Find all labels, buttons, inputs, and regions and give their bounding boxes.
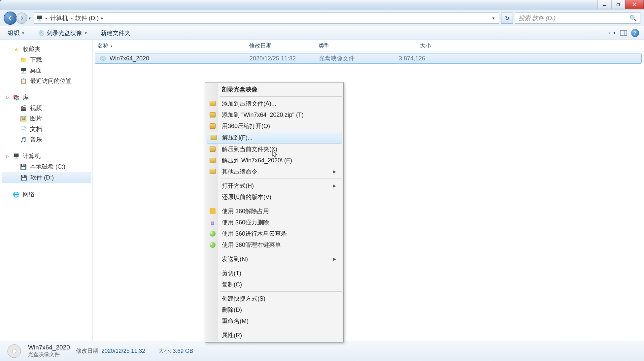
trash-icon: 🗑	[209, 219, 216, 226]
ctx-open-with[interactable]: 打开方式(H)▶	[206, 180, 343, 191]
archive-icon	[209, 146, 216, 152]
ctx-cut[interactable]: 剪切(T)	[206, 268, 343, 279]
network-icon: 🌐	[13, 191, 19, 198]
ctx-extract-here[interactable]: 解压到当前文件夹(X)	[206, 144, 343, 155]
back-button[interactable]	[4, 12, 17, 25]
sidebar-computer-header[interactable]: ▷🖥️计算机	[0, 151, 92, 161]
details-date: 2020/12/25 11:32	[101, 348, 145, 354]
ctx-separator	[220, 266, 342, 266]
column-name[interactable]: 名称▴	[93, 42, 245, 49]
ctx-add-archive[interactable]: 添加到压缩文件(A)...	[206, 98, 343, 109]
details-date-label: 修改日期:	[76, 348, 100, 354]
sidebar-item-desktop[interactable]: 🖥️桌面	[0, 65, 92, 76]
nav-history-dropdown[interactable]: ▼	[27, 13, 32, 24]
sidebar-item-downloads[interactable]: 📁下载	[0, 54, 92, 65]
desktop-icon: 🖥️	[20, 67, 27, 74]
details-pane: Win7x64_2020 光盘映像文件 修改日期: 2020/12/25 11:…	[0, 341, 644, 361]
sidebar-item-drive-d[interactable]: 💾软件 (D:)	[2, 172, 91, 183]
window-controls	[597, 0, 644, 9]
refresh-button[interactable]: ↻	[501, 13, 513, 24]
details-meta: 修改日期: 2020/12/25 11:32 大小: 3.69 GB	[76, 347, 193, 355]
new-folder-button[interactable]: 新建文件夹	[98, 28, 133, 38]
ctx-separator	[220, 179, 342, 179]
expand-icon[interactable]: ▷	[6, 95, 9, 100]
archive-icon	[209, 168, 216, 175]
file-list: 名称▴ 修改日期 类型 大小 💿Win7x64_2020 2020/12/25 …	[93, 40, 644, 341]
archive-icon	[210, 134, 217, 141]
ctx-delete[interactable]: 删除(D)	[206, 304, 343, 315]
downloads-icon: 📁	[20, 56, 27, 63]
ctx-send-to[interactable]: 发送到(N)▶	[206, 253, 343, 265]
file-row[interactable]: 💿Win7x64_2020 2020/12/25 11:32 光盘映像文件 3,…	[95, 53, 642, 64]
archive-icon	[209, 100, 216, 107]
search-box[interactable]: 搜索 软件 (D:) 🔍	[515, 13, 640, 24]
sidebar-item-recent[interactable]: 📋最近访问的位置	[0, 76, 92, 86]
archive-icon	[209, 123, 216, 129]
ctx-separator	[220, 96, 342, 97]
view-options-button[interactable]: ▼	[609, 29, 616, 37]
drive-icon: 💾	[20, 163, 27, 170]
recent-icon: 📋	[20, 78, 27, 84]
sidebar-computer: ▷🖥️计算机 💾本地磁盘 (C:) 💾软件 (D:)	[0, 151, 92, 183]
explorer-window: ▼ 🖥️ ▸ 计算机 ▸ 软件 (D:) ▸ ▼ ↻ 搜索 软件 (D:) 🔍 …	[0, 0, 644, 361]
svg-rect-5	[610, 32, 612, 32]
navbar: ▼ 🖥️ ▸ 计算机 ▸ 软件 (D:) ▸ ▼ ↻ 搜索 软件 (D:) 🔍	[0, 10, 644, 26]
ctx-other-zip[interactable]: 其他压缩命令▶	[206, 166, 343, 177]
column-headers: 名称▴ 修改日期 类型 大小	[93, 40, 644, 52]
breadcrumb-sep: ▸	[71, 16, 73, 20]
expand-icon[interactable]: ▷	[6, 154, 9, 158]
column-type[interactable]: 类型	[314, 42, 383, 49]
iso-file-icon: 💿	[100, 55, 106, 62]
ctx-copy[interactable]: 复制(C)	[206, 279, 343, 290]
sort-indicator: ▴	[111, 44, 112, 48]
ctx-burn-image[interactable]: 刻录光盘映像	[206, 84, 343, 95]
maximize-button[interactable]	[611, 0, 625, 9]
scan-icon: ✦	[209, 230, 216, 237]
sidebar: ★收藏夹 📁下载 🖥️桌面 📋最近访问的位置 ▷📚库 🎬视频 🖼️图片 📄文档 …	[0, 40, 93, 341]
ctx-open-360zip[interactable]: 用360压缩打开(Q)	[206, 120, 343, 132]
help-button[interactable]: ?	[631, 29, 639, 37]
ctx-360-scan[interactable]: ✦使用 360进行木马云查杀	[206, 228, 343, 239]
file-size: 3,874,126 ...	[384, 55, 436, 62]
ctx-360-unlock[interactable]: 使用 360解除占用	[206, 206, 343, 217]
star-icon: ★	[13, 46, 19, 52]
breadcrumb-computer[interactable]: 计算机	[50, 14, 68, 22]
music-icon: 🎵	[20, 136, 27, 143]
sidebar-item-drive-c[interactable]: 💾本地磁盘 (C:)	[0, 161, 92, 172]
sidebar-item-pictures[interactable]: 🖼️图片	[0, 113, 92, 124]
breadcrumb-drive[interactable]: 软件 (D:)	[75, 14, 99, 22]
address-bar[interactable]: 🖥️ ▸ 计算机 ▸ 软件 (D:) ▸ ▼	[34, 13, 499, 24]
ctx-extract-named[interactable]: 解压到 Win7x64_2020\ (E)	[206, 155, 343, 166]
sidebar-favorites-header[interactable]: ★收藏夹	[0, 44, 92, 54]
organize-button[interactable]: 组织▼	[5, 28, 27, 38]
documents-icon: 📄	[20, 126, 27, 132]
preview-pane-button[interactable]	[620, 29, 627, 37]
minimize-button[interactable]	[597, 0, 611, 9]
file-type: 光盘映像文件	[314, 54, 384, 62]
close-button[interactable]	[625, 0, 644, 9]
column-size[interactable]: 大小	[383, 42, 436, 49]
breadcrumb-sep: ▸	[101, 16, 103, 20]
address-dropdown[interactable]: ▼	[490, 16, 497, 20]
details-main: Win7x64_2020 光盘映像文件	[28, 344, 70, 358]
burn-image-button[interactable]: 💿刻录光盘映像▼	[35, 28, 90, 38]
archive-icon	[209, 157, 216, 164]
sidebar-item-videos[interactable]: 🎬视频	[0, 103, 92, 113]
ctx-create-shortcut[interactable]: 创建快捷方式(S)	[206, 293, 343, 304]
ctx-360-ctxmgr[interactable]: ✦使用 360管理右键菜单	[206, 239, 343, 250]
file-name: Win7x64_2020	[110, 55, 149, 62]
ctx-add-zip[interactable]: 添加到 "Win7x64_2020.zip" (T)	[206, 109, 343, 120]
ctx-360-forcedel[interactable]: 🗑使用 360强力删除	[206, 217, 343, 228]
forward-button[interactable]	[16, 13, 27, 24]
column-date[interactable]: 修改日期	[245, 42, 314, 49]
nav-buttons: ▼	[4, 12, 32, 25]
sidebar-libraries-header[interactable]: ▷📚库	[0, 92, 92, 103]
sidebar-network-header[interactable]: 🌐网络	[0, 189, 92, 200]
ctx-properties[interactable]: 属性(R)	[206, 330, 343, 341]
sidebar-item-music[interactable]: 🎵音乐	[0, 134, 92, 145]
ctx-rename[interactable]: 重命名(M)	[206, 315, 343, 327]
ctx-separator	[220, 204, 342, 204]
sidebar-item-documents[interactable]: 📄文档	[0, 124, 92, 134]
ctx-extract-to[interactable]: 解压到(F)...	[207, 132, 342, 144]
ctx-restore-previous[interactable]: 还原以前的版本(V)	[206, 191, 343, 203]
